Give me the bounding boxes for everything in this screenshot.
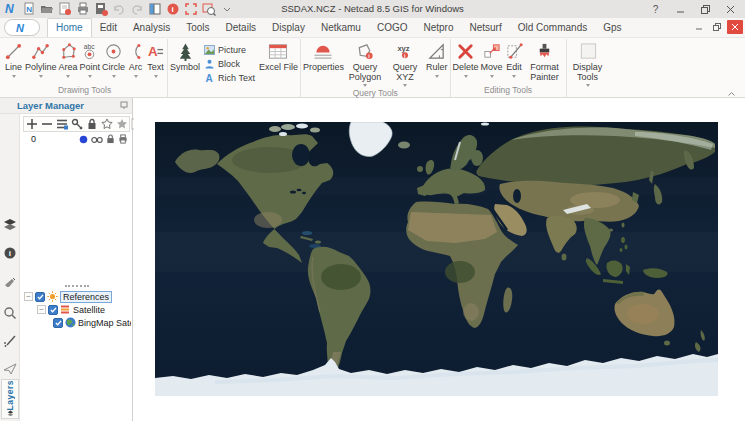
tab-edit[interactable]: Edit — [92, 19, 125, 37]
help-button[interactable]: ? — [643, 1, 668, 17]
ruler-dropdown[interactable] — [435, 75, 439, 78]
circle-button[interactable]: Circle — [101, 39, 126, 78]
tab-netsurf[interactable]: Netsurf — [462, 19, 510, 37]
layers-stack-icon[interactable] — [3, 218, 17, 232]
expander-icon[interactable]: − — [37, 305, 46, 314]
rich-text-button[interactable]: A Rich Text — [204, 71, 255, 84]
map-canvas[interactable] — [134, 98, 745, 421]
layer-list-icon[interactable] — [56, 118, 68, 130]
restore-button[interactable] — [693, 1, 718, 17]
layer-print-icon[interactable] — [118, 134, 128, 144]
format-painter-button[interactable]: Format Painter — [525, 39, 565, 82]
tab-cogo[interactable]: COGO — [369, 19, 416, 37]
tab-old-commands[interactable]: Old Commands — [510, 19, 595, 37]
excel-file-button[interactable]: Excel File — [258, 39, 299, 78]
point-button[interactable]: abc Point — [79, 39, 102, 78]
application-menu-button[interactable]: N — [4, 19, 40, 36]
query-polygon-button[interactable]: i Query Polygon — [345, 39, 385, 87]
properties-button[interactable]: Properties — [302, 39, 345, 78]
checkbox-satellite[interactable] — [48, 305, 58, 315]
info-icon[interactable]: i — [3, 246, 17, 260]
tree-row-references[interactable]: − References — [21, 290, 131, 303]
megaphone-icon[interactable] — [3, 276, 17, 290]
ribbon-collapse-icon[interactable] — [728, 87, 735, 91]
checkbox-references[interactable] — [35, 292, 45, 302]
qat-dropdown-icon[interactable] — [220, 3, 234, 16]
panel-splitter[interactable] — [21, 285, 132, 287]
layers-side-tab[interactable]: Layers — [1, 379, 19, 419]
tab-netpro[interactable]: Netpro — [415, 19, 461, 37]
layer-lock-icon[interactable] — [106, 134, 115, 144]
polyline-button[interactable]: Polyline — [24, 39, 58, 78]
undo-icon[interactable] — [112, 3, 126, 16]
layer-manager-panel: Layer Manager i Layers — [0, 98, 133, 421]
point-dropdown[interactable] — [88, 75, 92, 78]
area-dropdown[interactable] — [66, 75, 70, 78]
tab-analysis[interactable]: Analysis — [125, 19, 178, 37]
line-dropdown[interactable] — [12, 75, 16, 78]
tab-display[interactable]: Display — [264, 19, 313, 37]
save-as-icon[interactable] — [94, 3, 108, 16]
picture-button[interactable]: Picture — [204, 43, 255, 56]
tree-row-bingmap[interactable]: BingMap Satellite I — [21, 316, 131, 329]
ruler-button[interactable]: Ruler — [425, 39, 449, 78]
new-file-icon[interactable]: N — [22, 3, 36, 16]
area-button[interactable]: Area — [58, 39, 79, 78]
app-logo-icon[interactable]: N — [4, 3, 18, 16]
line-button[interactable]: Line — [3, 39, 24, 78]
layer-visibility-icon[interactable] — [91, 135, 103, 144]
add-layer-icon[interactable] — [26, 118, 38, 130]
delete-button[interactable]: Delete — [452, 39, 480, 78]
layer-manager-content: 0 − References − — [21, 114, 132, 421]
panel-pin-icon[interactable] — [120, 100, 128, 111]
save-icon[interactable] — [58, 3, 72, 16]
arc-dropdown[interactable] — [134, 75, 138, 78]
document-restore-button[interactable] — [709, 20, 725, 34]
layer-color-dot[interactable] — [79, 135, 88, 144]
tab-gps[interactable]: Gps — [595, 19, 629, 37]
info-query-icon[interactable]: i — [166, 3, 180, 16]
send-plane-icon[interactable] — [3, 362, 17, 376]
edit-button[interactable]: Edit — [504, 39, 525, 78]
tab-details[interactable]: Details — [218, 19, 265, 37]
query-xyz-button[interactable]: xyzi Query XYZ — [385, 39, 425, 87]
checkbox-bingmap[interactable] — [53, 318, 63, 328]
minimize-button[interactable] — [668, 1, 693, 17]
block-button[interactable]: Block — [204, 57, 255, 70]
redo-icon[interactable] — [130, 3, 144, 16]
layer-row[interactable]: 0 — [21, 132, 132, 146]
display-tools-button[interactable]: Display Tools — [568, 39, 608, 87]
bring-up-icon[interactable] — [101, 118, 113, 130]
expander-icon[interactable]: − — [24, 292, 33, 301]
print-icon[interactable] — [76, 3, 90, 16]
polyline-dropdown[interactable] — [39, 75, 43, 78]
search-icon[interactable] — [3, 306, 17, 320]
tree-row-satellite[interactable]: − Satellite — [21, 303, 131, 316]
zoom-window-icon[interactable] — [202, 3, 216, 16]
edit-dropdown[interactable] — [512, 75, 516, 78]
open-file-icon[interactable] — [40, 3, 54, 16]
symbol-button[interactable]: Symbol — [169, 39, 201, 78]
tab-home[interactable]: Home — [47, 18, 92, 38]
text-button[interactable]: A Text — [145, 39, 166, 78]
close-button[interactable] — [718, 1, 743, 17]
arc-button[interactable]: Arc — [126, 39, 145, 78]
move-button[interactable]: Move — [480, 39, 504, 78]
text-dropdown[interactable] — [154, 75, 158, 78]
tab-tools[interactable]: Tools — [178, 19, 217, 37]
document-close-button[interactable] — [727, 20, 743, 34]
tab-netkamu[interactable]: Netkamu — [313, 19, 369, 37]
circle-dropdown[interactable] — [112, 75, 116, 78]
globe-layers-icon — [5, 410, 16, 417]
send-down-icon[interactable] — [116, 118, 128, 130]
remove-layer-icon[interactable] — [41, 118, 53, 130]
document-minimize-button[interactable] — [691, 20, 707, 34]
key-icon[interactable] — [71, 118, 83, 130]
move-dropdown[interactable] — [490, 75, 494, 78]
window-layout-icon[interactable] — [148, 3, 162, 16]
selection-frame-icon[interactable] — [184, 3, 198, 16]
lock-icon[interactable] — [86, 118, 98, 130]
delete-dropdown[interactable] — [464, 75, 468, 78]
sketch-pen-icon[interactable] — [3, 334, 17, 348]
world-map[interactable] — [155, 122, 718, 396]
